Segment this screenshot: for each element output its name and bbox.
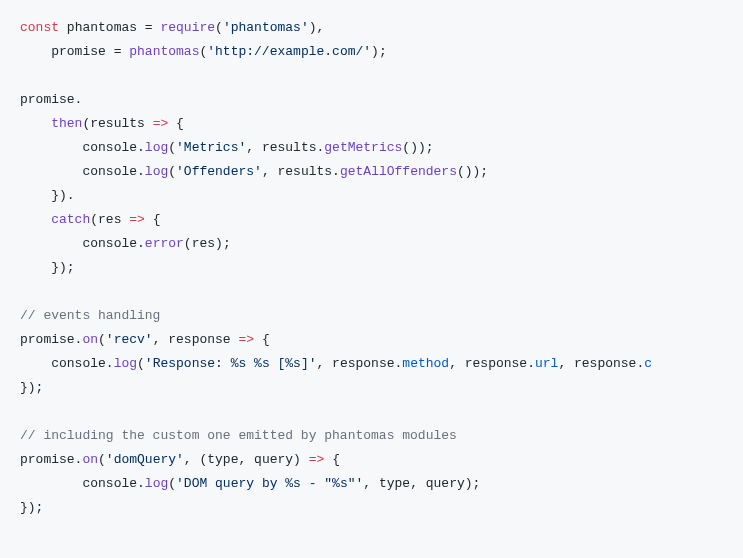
t: ()); bbox=[457, 164, 488, 179]
t: ) bbox=[293, 452, 309, 467]
t: . bbox=[106, 356, 114, 371]
arg: response bbox=[574, 356, 636, 371]
t: ( bbox=[98, 332, 106, 347]
str: 'http://example.com/' bbox=[207, 44, 371, 59]
param: response bbox=[168, 332, 230, 347]
t: . bbox=[75, 92, 83, 107]
method: getAllOffenders bbox=[340, 164, 457, 179]
method-then: then bbox=[51, 116, 82, 131]
method-log: log bbox=[114, 356, 137, 371]
obj: console bbox=[82, 236, 137, 251]
t: ); bbox=[371, 44, 387, 59]
arg: res bbox=[192, 236, 215, 251]
prop: method bbox=[402, 356, 449, 371]
t bbox=[20, 116, 51, 131]
t: }); bbox=[51, 260, 74, 275]
t bbox=[20, 140, 82, 155]
t: , bbox=[317, 356, 333, 371]
param: type bbox=[207, 452, 238, 467]
arg: results bbox=[278, 164, 333, 179]
t: { bbox=[176, 116, 184, 131]
arrow: => bbox=[231, 332, 262, 347]
t: }). bbox=[51, 188, 74, 203]
t: ( bbox=[168, 476, 176, 491]
t: , ( bbox=[184, 452, 207, 467]
t: . bbox=[137, 236, 145, 251]
t: ( bbox=[215, 20, 223, 35]
t: { bbox=[262, 332, 270, 347]
t: ( bbox=[137, 356, 145, 371]
method-log: log bbox=[145, 476, 168, 491]
method-log: log bbox=[145, 164, 168, 179]
t: , bbox=[262, 164, 278, 179]
t: , bbox=[363, 476, 379, 491]
obj: console bbox=[82, 476, 137, 491]
t: ( bbox=[168, 140, 176, 155]
t: ( bbox=[168, 164, 176, 179]
param: query bbox=[254, 452, 293, 467]
str: 'DOM query by %s - "%s"' bbox=[176, 476, 363, 491]
t: , bbox=[238, 452, 254, 467]
str: 'Metrics' bbox=[176, 140, 246, 155]
t: { bbox=[324, 452, 340, 467]
code-block: const phantomas = require('phantomas'), … bbox=[0, 0, 743, 536]
ident: promise bbox=[20, 92, 75, 107]
str: 'Offenders' bbox=[176, 164, 262, 179]
ident: phantomas bbox=[67, 20, 137, 35]
param: res bbox=[98, 212, 121, 227]
keyword-const: const bbox=[20, 20, 59, 35]
ident: promise bbox=[51, 44, 106, 59]
arg: response bbox=[465, 356, 527, 371]
obj: promise bbox=[20, 452, 75, 467]
arg: results bbox=[262, 140, 317, 155]
t: , bbox=[449, 356, 465, 371]
arrow: => bbox=[145, 116, 176, 131]
method-catch: catch bbox=[51, 212, 90, 227]
t: ( bbox=[184, 236, 192, 251]
t: ), bbox=[309, 20, 325, 35]
t: ()); bbox=[402, 140, 433, 155]
t: ); bbox=[465, 476, 481, 491]
t: , bbox=[246, 140, 262, 155]
fn-require: require bbox=[160, 20, 215, 35]
t: . bbox=[137, 140, 145, 155]
obj: console bbox=[82, 164, 137, 179]
t bbox=[20, 476, 82, 491]
method-log: log bbox=[145, 140, 168, 155]
t: . bbox=[332, 164, 340, 179]
method: getMetrics bbox=[324, 140, 402, 155]
t: , bbox=[558, 356, 574, 371]
str: 'domQuery' bbox=[106, 452, 184, 467]
t: , bbox=[410, 476, 426, 491]
t: }); bbox=[20, 500, 43, 515]
method-error: error bbox=[145, 236, 184, 251]
t bbox=[59, 20, 67, 35]
str: 'Response: %s %s [%s]' bbox=[145, 356, 317, 371]
t: }); bbox=[20, 380, 43, 395]
prop: url bbox=[535, 356, 558, 371]
t: , bbox=[153, 332, 169, 347]
obj: console bbox=[51, 356, 106, 371]
comment: // including the custom one emitted by p… bbox=[20, 428, 457, 443]
fn-call: phantomas bbox=[129, 44, 199, 59]
t: ( bbox=[98, 452, 106, 467]
t bbox=[20, 212, 51, 227]
param: results bbox=[90, 116, 145, 131]
t: . bbox=[527, 356, 535, 371]
t bbox=[20, 356, 51, 371]
comment: // events handling bbox=[20, 308, 160, 323]
t bbox=[20, 236, 82, 251]
str: 'phantomas' bbox=[223, 20, 309, 35]
obj: promise bbox=[20, 332, 75, 347]
method-on: on bbox=[82, 332, 98, 347]
t bbox=[20, 164, 82, 179]
str: 'recv' bbox=[106, 332, 153, 347]
t bbox=[20, 44, 51, 59]
t: = bbox=[137, 20, 160, 35]
arrow: => bbox=[121, 212, 152, 227]
t bbox=[20, 188, 51, 203]
t: = bbox=[106, 44, 129, 59]
arg: query bbox=[426, 476, 465, 491]
arrow: => bbox=[309, 452, 325, 467]
arg: response bbox=[332, 356, 394, 371]
